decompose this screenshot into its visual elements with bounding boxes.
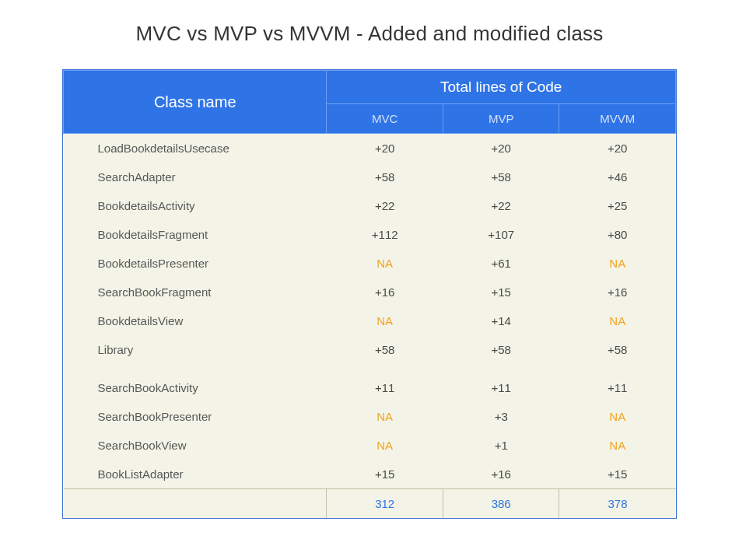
cell-mvvm: +16 (559, 278, 676, 306)
cell-mvc: NA (327, 306, 443, 335)
table-row: LoadBookdetailsUsecase +20 +20 +20 (64, 134, 676, 163)
cell-mvp: +16 (443, 460, 559, 489)
cell-mvp: +107 (443, 220, 559, 249)
table-row: SearchAdapter +58 +58 +46 (64, 163, 676, 191)
cell-mvvm: +80 (559, 220, 676, 249)
cell-mvvm: +20 (559, 134, 676, 163)
page-title: MVC vs MVP vs MVVM - Added and modified … (0, 22, 739, 46)
cell-mvp: +58 (443, 335, 559, 364)
cell-mvvm: +15 (559, 460, 676, 489)
header-col-mvp: MVP (443, 104, 559, 134)
cell-classname: SearchBookView (64, 431, 327, 460)
cell-mvvm: +46 (559, 163, 676, 191)
header-col-mvc: MVC (327, 104, 443, 134)
cell-mvc: +16 (327, 278, 443, 306)
comparison-table-wrap: Class name Total lines of Code MVC MVP M… (62, 69, 677, 519)
cell-classname: BookdetailsPresenter (64, 249, 327, 278)
table-row: BookdetailsFragment +112 +107 +80 (64, 220, 676, 249)
total-mvvm: 378 (559, 489, 676, 519)
header-classname: Class name (64, 71, 327, 134)
cell-mvp: +1 (443, 431, 559, 460)
table-header: Class name Total lines of Code MVC MVP M… (64, 71, 676, 134)
table-row: BookdetailsActivity +22 +22 +25 (64, 191, 676, 220)
cell-mvvm: NA (559, 249, 676, 278)
cell-classname: SearchBookPresenter (64, 402, 327, 431)
cell-classname: BookListAdapter (64, 460, 327, 489)
comparison-table: Class name Total lines of Code MVC MVP M… (63, 70, 676, 518)
cell-classname: SearchAdapter (64, 163, 327, 191)
cell-classname: SearchBookFragment (64, 278, 327, 306)
cell-mvvm: NA (559, 306, 676, 335)
cell-mvp: +58 (443, 163, 559, 191)
table-gap (64, 364, 676, 373)
cell-mvvm: +25 (559, 191, 676, 220)
cell-classname: LoadBookdetailsUsecase (64, 134, 327, 163)
cell-mvp: +22 (443, 191, 559, 220)
cell-mvvm: NA (559, 402, 676, 431)
cell-mvc: +15 (327, 460, 443, 489)
cell-classname: Library (64, 335, 327, 364)
cell-mvc: +112 (327, 220, 443, 249)
cell-mvp: +11 (443, 373, 559, 402)
cell-mvc: NA (327, 431, 443, 460)
table-row: SearchBookPresenter NA +3 NA (64, 402, 676, 431)
table-row: BookListAdapter +15 +16 +15 (64, 460, 676, 489)
table-body: LoadBookdetailsUsecase +20 +20 +20 Searc… (64, 134, 676, 489)
cell-classname: BookdetailsFragment (64, 220, 327, 249)
cell-mvp: +61 (443, 249, 559, 278)
cell-mvc: +58 (327, 163, 443, 191)
cell-mvvm: +11 (559, 373, 676, 402)
cell-mvp: +20 (443, 134, 559, 163)
cell-mvp: +15 (443, 278, 559, 306)
cell-mvp: +14 (443, 306, 559, 335)
table-row: SearchBookView NA +1 NA (64, 431, 676, 460)
cell-classname: BookdetailsActivity (64, 191, 327, 220)
cell-classname: SearchBookActivity (64, 373, 327, 402)
cell-mvc: +22 (327, 191, 443, 220)
total-mvp: 386 (443, 489, 559, 519)
table-row: SearchBookFragment +16 +15 +16 (64, 278, 676, 306)
cell-mvvm: +58 (559, 335, 676, 364)
cell-mvc: +20 (327, 134, 443, 163)
table-row: BookdetailsView NA +14 NA (64, 306, 676, 335)
table-row: SearchBookActivity +11 +11 +11 (64, 373, 676, 402)
cell-mvp: +3 (443, 402, 559, 431)
cell-mvc: NA (327, 249, 443, 278)
total-blank (64, 489, 327, 519)
header-col-mvvm: MVVM (559, 104, 676, 134)
cell-classname: BookdetailsView (64, 306, 327, 335)
page-root: MVC vs MVP vs MVVM - Added and modified … (0, 0, 739, 560)
cell-mvc: +58 (327, 335, 443, 364)
header-total-lines: Total lines of Code (327, 71, 676, 104)
cell-mvvm: NA (559, 431, 676, 460)
total-mvc: 312 (327, 489, 443, 519)
cell-mvc: NA (327, 402, 443, 431)
table-row: Library +58 +58 +58 (64, 335, 676, 364)
cell-mvc: +11 (327, 373, 443, 402)
table-footer: 312 386 378 (64, 489, 676, 519)
table-row: BookdetailsPresenter NA +61 NA (64, 249, 676, 278)
